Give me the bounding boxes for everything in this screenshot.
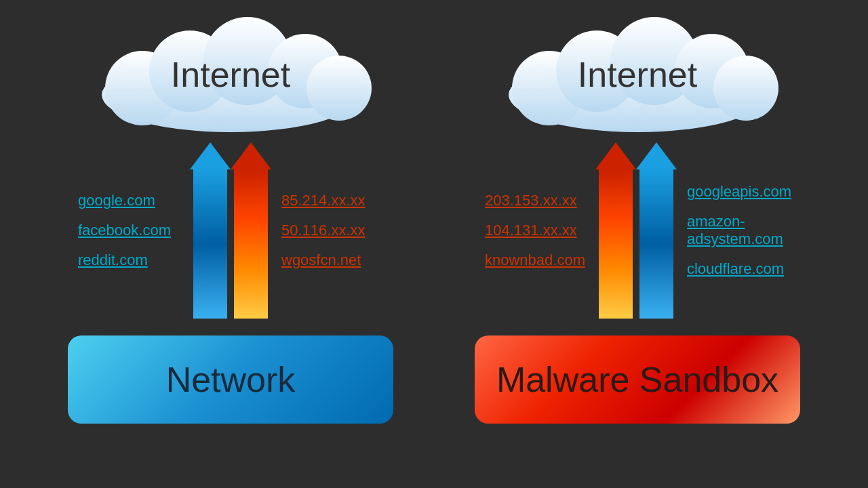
svg-point-5: [307, 56, 372, 121]
right-panel: Internet 203.153.xx.xx 104.131.xx.xx kno…: [461, 14, 814, 474]
right-red-link-2[interactable]: 104.131.xx.xx: [485, 222, 585, 239]
red-shaft: [234, 169, 268, 319]
left-link-2[interactable]: facebook.com: [78, 222, 180, 239]
right-red-link-3[interactable]: knownbad.com: [485, 251, 585, 269]
network-label: Network: [166, 359, 296, 400]
left-red-labels: 85.214.xx.xx 50.116.xx.xx wgosfcn.net: [271, 185, 393, 276]
right-cloud-label: Internet: [578, 54, 697, 95]
right-arrows-section: 203.153.xx.xx 104.131.xx.xx knownbad.com…: [475, 142, 800, 319]
right-blue-link-2[interactable]: amazon-adsystem.com: [687, 213, 791, 248]
right-blue-arrowhead: [636, 142, 677, 169]
right-blue-link-3[interactable]: cloudflare.com: [687, 260, 784, 278]
right-red-labels: 203.153.xx.xx 104.131.xx.xx knownbad.com: [475, 185, 595, 276]
malware-box: Malware Sandbox: [475, 336, 800, 424]
network-box: Network: [68, 336, 393, 424]
left-blue-labels: google.com facebook.com reddit.com: [68, 185, 190, 276]
left-red-link-1[interactable]: 85.214.xx.xx: [281, 192, 366, 209]
right-red-arrow: [595, 142, 636, 319]
left-red-link-2[interactable]: 50.116.xx.xx: [281, 222, 366, 239]
left-panel: Internet google.com facebook.com reddit.…: [54, 14, 407, 474]
blue-arrowhead: [190, 142, 231, 169]
right-blue-link-1[interactable]: googleapis.com: [687, 183, 791, 201]
blue-shaft: [193, 169, 227, 319]
malware-label: Malware Sandbox: [496, 359, 778, 400]
right-red-shaft: [599, 169, 633, 319]
right-blue-arrow: [636, 142, 677, 319]
left-cloud-label: Internet: [171, 54, 290, 95]
left-link-1[interactable]: google.com: [78, 192, 180, 209]
left-red-link-3[interactable]: wgosfcn.net: [281, 251, 361, 269]
right-red-link-1[interactable]: 203.153.xx.xx: [485, 192, 585, 209]
right-blue-labels: googleapis.com amazon-adsystem.com cloud…: [677, 176, 802, 285]
left-blue-arrow: [190, 142, 231, 319]
left-arrows-section: google.com facebook.com reddit.com 85.21…: [68, 142, 393, 319]
right-cloud: Internet: [481, 14, 793, 136]
main-container: Internet google.com facebook.com reddit.…: [0, 0, 868, 488]
left-red-arrow: [231, 142, 271, 319]
right-blue-shaft: [639, 169, 673, 319]
svg-point-11: [713, 56, 778, 121]
left-cloud: Internet: [75, 14, 387, 136]
left-link-3[interactable]: reddit.com: [78, 251, 180, 269]
right-red-arrowhead: [595, 142, 636, 169]
red-arrowhead: [231, 142, 271, 169]
